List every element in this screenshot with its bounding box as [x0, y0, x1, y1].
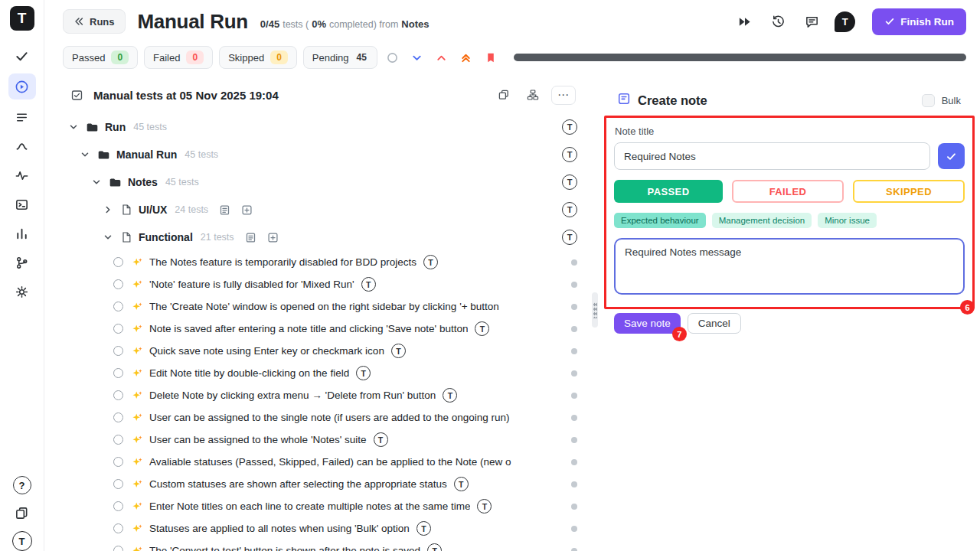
more-options-button[interactable]: ⋯ — [551, 86, 576, 105]
test-owner-icon[interactable]: T — [423, 255, 438, 269]
panel-scrollbar[interactable] — [591, 72, 599, 551]
filter-chip-passed[interactable]: Passed 0 — [63, 46, 138, 69]
user-avatar[interactable]: T — [835, 11, 855, 32]
tree-row-test[interactable]: Enter Note titles on each line to create… — [44, 495, 591, 517]
tree-row-test[interactable]: User can be assigned to the single note … — [44, 406, 591, 429]
tree-row-folder[interactable]: Run45 testsT — [44, 113, 591, 141]
test-status-circle[interactable] — [113, 479, 123, 489]
fast-forward-icon[interactable] — [733, 11, 755, 32]
test-owner-icon[interactable]: T — [454, 477, 469, 491]
suite-owner-icon[interactable]: T — [562, 174, 577, 190]
finish-run-button[interactable]: Finish Run — [872, 8, 966, 35]
test-indicator-dot[interactable] — [571, 393, 577, 399]
help-icon[interactable]: ? — [13, 476, 31, 494]
test-status-circle[interactable] — [113, 457, 123, 467]
suite-owner-icon[interactable]: T — [562, 202, 577, 217]
suite-owner-icon[interactable]: T — [562, 230, 577, 245]
test-indicator-dot[interactable] — [571, 370, 577, 377]
tree-row-test[interactable]: User can be assigned to the whole 'Notes… — [44, 429, 591, 451]
chevron-down-icon[interactable] — [90, 177, 103, 187]
test-owner-icon[interactable]: T — [477, 499, 492, 514]
test-indicator-dot[interactable] — [571, 282, 577, 288]
tree-row-folder[interactable]: Notes45 testsT — [44, 168, 591, 196]
tree-row-suite[interactable]: Functional21 testsT — [44, 223, 591, 251]
test-indicator-dot[interactable] — [571, 548, 577, 551]
test-indicator-dot[interactable] — [571, 348, 577, 354]
tree-row-test[interactable]: Note is saved after entering a note titl… — [44, 318, 591, 340]
tag-minor-issue[interactable]: Minor issue — [818, 213, 877, 228]
pulse-activity-icon[interactable] — [8, 164, 36, 187]
rerun-history-icon[interactable] — [767, 11, 789, 32]
test-plans-list-icon[interactable] — [8, 106, 36, 129]
suite-owner-icon[interactable]: T — [562, 147, 577, 162]
test-status-circle[interactable] — [113, 324, 123, 334]
status-circle-icon[interactable] — [384, 48, 402, 67]
passed-status-button[interactable]: PASSED — [614, 180, 723, 203]
test-indicator-dot[interactable] — [571, 481, 577, 487]
test-owner-icon[interactable]: T — [475, 321, 489, 336]
test-status-circle[interactable] — [113, 346, 123, 356]
chevron-down-icon[interactable] — [408, 48, 426, 67]
note-title-input[interactable] — [614, 142, 930, 170]
tree-row-suite[interactable]: UI/UX24 testsT — [44, 196, 591, 223]
brand-circle-icon[interactable]: T — [12, 531, 32, 551]
chevron-down-icon[interactable] — [67, 122, 80, 132]
tree-row-test[interactable]: Avaliable statuses (Passed, Skipped, Fai… — [44, 451, 591, 473]
suite-report-icon[interactable] — [219, 204, 230, 216]
test-owner-icon[interactable]: T — [356, 366, 371, 380]
tree-row-test[interactable]: The 'Create Note' window is opened on th… — [44, 295, 591, 318]
docs-pages-icon[interactable] — [8, 501, 36, 524]
test-status-circle[interactable] — [113, 390, 123, 400]
tree-row-test[interactable]: Statuses are applied to all notes when u… — [44, 517, 591, 540]
test-status-circle[interactable] — [113, 435, 123, 445]
tree-row-test[interactable]: Delete Note by clicking extra menu → 'De… — [44, 384, 591, 406]
test-status-circle[interactable] — [113, 302, 123, 311]
branches-git-icon[interactable] — [8, 251, 36, 274]
console-launch-icon[interactable] — [8, 193, 36, 216]
tree-row-folder[interactable]: Manual Run45 testsT — [44, 141, 591, 168]
comments-icon[interactable] — [801, 11, 822, 32]
test-status-circle[interactable] — [113, 257, 123, 267]
failed-status-button[interactable]: FAILED — [732, 180, 844, 203]
chevron-right-icon[interactable] — [102, 204, 114, 215]
filter-chip-pending[interactable]: Pending 45 — [303, 46, 377, 69]
scrollbar-handle[interactable] — [592, 292, 598, 328]
add-test-icon[interactable] — [267, 232, 279, 243]
test-status-circle[interactable] — [113, 546, 123, 551]
test-owner-icon[interactable]: T — [361, 277, 376, 292]
test-indicator-dot[interactable] — [571, 459, 577, 465]
chevron-up-icon[interactable] — [433, 48, 451, 67]
filter-chip-failed[interactable]: Failed 0 — [144, 46, 213, 69]
test-owner-icon[interactable]: T — [391, 344, 406, 358]
note-message-textarea[interactable]: Required Notes message — [614, 238, 965, 295]
quick-save-check-button[interactable] — [938, 143, 965, 169]
test-indicator-dot[interactable] — [571, 437, 577, 443]
test-indicator-dot[interactable] — [571, 304, 577, 310]
test-indicator-dot[interactable] — [571, 326, 577, 332]
test-indicator-dot[interactable] — [571, 526, 577, 532]
app-logo-icon[interactable]: T — [10, 6, 34, 31]
tree-row-test[interactable]: Custom statuses are shown after selectin… — [44, 473, 591, 495]
save-note-button[interactable]: Save note — [614, 313, 681, 334]
tree-row-test[interactable]: Quick save note using Enter key or check… — [44, 340, 591, 362]
tree-row-test[interactable]: The Notes feature is temporarily disable… — [44, 251, 591, 273]
add-test-icon[interactable] — [241, 204, 253, 216]
test-indicator-dot[interactable] — [571, 259, 577, 266]
test-indicator-dot[interactable] — [571, 415, 577, 421]
cancel-button[interactable]: Cancel — [688, 313, 741, 334]
suite-owner-icon[interactable]: T — [562, 119, 577, 135]
test-status-circle[interactable] — [113, 279, 123, 289]
tree-view-icon[interactable] — [522, 85, 544, 105]
reports-chart-icon[interactable] — [8, 222, 36, 245]
suite-report-icon[interactable] — [245, 232, 256, 243]
analytics-wave-icon[interactable] — [8, 135, 36, 158]
test-status-circle[interactable] — [113, 412, 123, 422]
chevron-down-icon[interactable] — [102, 232, 114, 243]
test-status-circle[interactable] — [113, 523, 123, 533]
test-indicator-dot[interactable] — [571, 504, 577, 510]
tag-management-decision[interactable]: Management decision — [712, 213, 812, 228]
test-owner-icon[interactable]: T — [416, 521, 431, 536]
chevron-down-icon[interactable] — [79, 149, 91, 160]
settings-gear-icon[interactable] — [8, 280, 36, 303]
test-owner-icon[interactable]: T — [443, 388, 457, 403]
